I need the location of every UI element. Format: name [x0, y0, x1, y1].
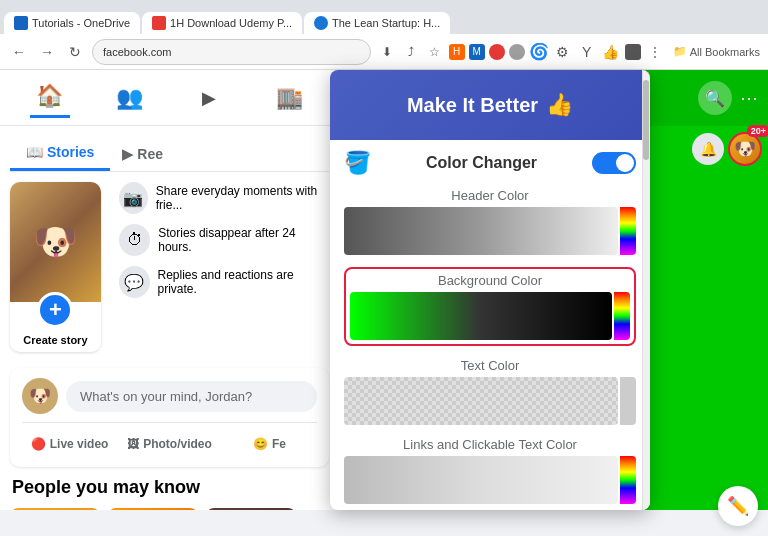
- tab-active[interactable]: The Lean Startup: H...: [304, 12, 450, 34]
- person-card-1[interactable]: [10, 508, 100, 510]
- color-changer-title: Color Changer: [426, 154, 537, 172]
- tab-udemy-icon: [152, 16, 166, 30]
- photo-video-icon: 🖼: [127, 437, 139, 451]
- header-color-swatch[interactable]: [344, 207, 618, 255]
- extension-icon-5[interactable]: 🌀: [529, 42, 549, 62]
- color-changer-panel: Make It Better 👍 🪣 Color Changer Header …: [330, 70, 650, 510]
- background-color-picker[interactable]: [350, 292, 630, 340]
- share-icon[interactable]: ⤴: [401, 42, 421, 62]
- share-hint-icon: 📷: [119, 182, 148, 214]
- feeling-icon: 😊: [253, 437, 268, 451]
- background-rainbow-strip[interactable]: [614, 292, 630, 340]
- hint-item-2: ⏱ Stories disappear after 24 hours.: [119, 224, 329, 256]
- more-options-btn[interactable]: ⋯: [740, 87, 758, 109]
- extension-icon-1[interactable]: H: [449, 44, 465, 60]
- header-color-label: Header Color: [344, 188, 636, 203]
- marketplace-icon: 🏬: [276, 85, 303, 111]
- person-card-3[interactable]: [206, 508, 296, 510]
- star-icon[interactable]: ☆: [425, 42, 445, 62]
- extension-icon-9[interactable]: [625, 44, 641, 60]
- nav-home[interactable]: 🏠: [30, 78, 70, 118]
- message-hint-icon: 💬: [119, 266, 150, 298]
- stories-tabs: 📖 Stories ▶ Ree: [10, 136, 329, 172]
- photo-video-label: Photo/video: [143, 437, 212, 451]
- post-box-row: 🐶 What's on your mind, Jordan?: [22, 378, 317, 414]
- panel-header: Make It Better 👍: [330, 70, 650, 140]
- menu-icon[interactable]: ⋮: [645, 42, 665, 62]
- reload-button[interactable]: ↻: [64, 41, 86, 63]
- post-box: 🐶 What's on your mind, Jordan? 🔴 Live vi…: [10, 368, 329, 467]
- extension-icon-2[interactable]: M: [469, 44, 485, 60]
- stories-row: 🐶 + Create story 📷 Share everyday moment…: [10, 182, 329, 352]
- top-notif-icons: 🔔 🐶 20+: [688, 128, 766, 170]
- toolbar-icons: ⬇ ⤴ ☆ H M 🌀 ⚙ Y 👍 ⋮ 📁 All Bookmarks: [377, 42, 760, 62]
- browser-toolbar: ← → ↻ facebook.com ⬇ ⤴ ☆ H M 🌀 ⚙ Y 👍 ⋮ 📁…: [0, 34, 768, 70]
- edit-fab[interactable]: ✏️: [718, 486, 758, 526]
- background-color-row: Background Color: [344, 267, 636, 346]
- background-color-swatch[interactable]: [350, 292, 612, 340]
- panel-body: 🪣 Color Changer Header Color Background …: [330, 140, 650, 510]
- panel-top-row: 🪣 Color Changer: [344, 150, 636, 176]
- links-rainbow-strip[interactable]: [620, 456, 636, 504]
- panel-title: Make It Better 👍: [407, 92, 573, 118]
- extension-icon-3[interactable]: [489, 44, 505, 60]
- photo-video-btn[interactable]: 🖼 Photo/video: [121, 431, 218, 457]
- person-card-2[interactable]: [108, 508, 198, 510]
- bookmark-label[interactable]: 📁 All Bookmarks: [673, 45, 760, 58]
- background-color-label: Background Color: [350, 273, 630, 288]
- tab-reels[interactable]: ▶ Ree: [110, 138, 175, 170]
- links-color-picker[interactable]: [344, 456, 636, 504]
- text-rainbow-strip[interactable]: [620, 377, 636, 425]
- fb-content: 📖 Stories ▶ Ree 🐶 + Create story: [0, 126, 339, 510]
- hint-text-3: Replies and reactions are private.: [158, 268, 329, 296]
- nav-marketplace[interactable]: 🏬: [269, 78, 309, 118]
- toggle-switch[interactable]: [592, 152, 636, 174]
- post-actions: 🔴 Live video 🖼 Photo/video 😊 Fe: [22, 422, 317, 457]
- header-rainbow-strip[interactable]: [620, 207, 636, 255]
- extension-icon-8[interactable]: 👍: [601, 42, 621, 62]
- tab-stories[interactable]: 📖 Stories: [10, 136, 110, 171]
- fb-top-bar: 🏠 👥 ▶ 🏬: [0, 70, 339, 126]
- header-color-picker[interactable]: [344, 207, 636, 255]
- links-color-label: Links and Clickable Text Color: [344, 437, 636, 452]
- create-story-label: Create story: [14, 334, 97, 346]
- extension-icon-6[interactable]: ⚙: [553, 42, 573, 62]
- download-icon[interactable]: ⬇: [377, 42, 397, 62]
- forward-button[interactable]: →: [36, 41, 58, 63]
- text-color-swatch[interactable]: [344, 377, 618, 425]
- people-row: [10, 508, 329, 510]
- live-video-label: Live video: [50, 437, 109, 451]
- panel-scrollbar-thumb[interactable]: [643, 80, 649, 160]
- browser-tabs-bar: Tutorials - OneDrive 1H Download Udemy P…: [0, 0, 768, 34]
- notif-badge: 20+: [747, 132, 762, 137]
- people-section-title: People you may know: [10, 477, 329, 498]
- tab-active-label: The Lean Startup: H...: [332, 17, 440, 29]
- notif-icon-1[interactable]: 🔔: [692, 133, 724, 165]
- links-color-swatch[interactable]: [344, 456, 618, 504]
- timer-hint-icon: ⏱: [119, 224, 150, 256]
- nav-people[interactable]: 👥: [110, 78, 150, 118]
- watch-icon: ▶: [202, 87, 216, 109]
- create-story-plus-btn[interactable]: +: [37, 292, 73, 328]
- live-video-btn[interactable]: 🔴 Live video: [22, 431, 117, 457]
- live-video-icon: 🔴: [31, 437, 46, 451]
- feeling-btn[interactable]: 😊 Fe: [222, 431, 317, 457]
- text-color-picker[interactable]: [344, 377, 636, 425]
- create-story-card[interactable]: 🐶 + Create story: [10, 182, 101, 352]
- back-button[interactable]: ←: [8, 41, 30, 63]
- tab-udemy[interactable]: 1H Download Udemy P...: [142, 12, 302, 34]
- post-input[interactable]: What's on your mind, Jordan?: [66, 381, 317, 412]
- extension-icon-4[interactable]: [509, 44, 525, 60]
- reels-tab-label: Ree: [137, 146, 163, 162]
- create-story-image: 🐶: [10, 182, 101, 302]
- extension-icon-7[interactable]: Y: [577, 42, 597, 62]
- address-bar[interactable]: facebook.com: [92, 39, 371, 65]
- tab-udemy-label: 1H Download Udemy P...: [170, 17, 292, 29]
- page-container: 🏠 👥 ▶ 🏬 📖 Stories ▶ Ree: [0, 70, 768, 510]
- stories-tab-label: Stories: [47, 144, 94, 160]
- toggle-knob: [616, 154, 634, 172]
- user-avatar-top[interactable]: 🐶 20+: [728, 132, 762, 166]
- nav-watch[interactable]: ▶: [189, 78, 229, 118]
- tab-tutorials[interactable]: Tutorials - OneDrive: [4, 12, 140, 34]
- search-btn[interactable]: 🔍: [698, 81, 732, 115]
